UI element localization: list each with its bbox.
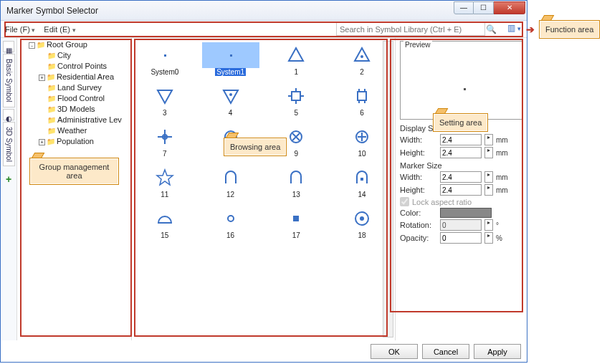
ok-button[interactable]: OK — [371, 344, 418, 359]
group-tree[interactable]: -Root Group CityControl Points+Residenti… — [17, 38, 132, 340]
svg-marker-2 — [289, 48, 303, 61]
window-title: Marker Symbol Selector — [6, 6, 98, 16]
svg-rect-0 — [164, 54, 166, 57]
3d-tab-icon[interactable]: ◐ — [3, 109, 14, 120]
tree-item[interactable]: Flood Control — [47, 94, 105, 102]
maximize-button[interactable]: ☐ — [474, 1, 494, 14]
display-width-input[interactable] — [440, 134, 482, 145]
symbol-cell[interactable]: System1 — [202, 42, 259, 76]
marker-height-input[interactable] — [440, 184, 482, 196]
preview-title: Preview — [403, 41, 432, 49]
spin-up[interactable]: ▸ — [484, 171, 493, 183]
svg-point-7 — [229, 93, 232, 96]
svg-rect-8 — [292, 92, 300, 100]
callout-function-area: Function area — [539, 20, 600, 39]
symbol-cell[interactable]: 16 — [202, 206, 259, 239]
menu-edit[interactable]: Edit (E) — [44, 25, 75, 34]
symbol-cell[interactable]: 4 — [202, 83, 259, 117]
display-height-input[interactable] — [440, 147, 482, 158]
menu-bar: File (F) Edit (E) 🔍 ▥ — [1, 21, 527, 38]
symbol-cell[interactable]: 7 — [136, 124, 194, 158]
title-bar: Marker Symbol Selector — ☐ ✕ — [1, 1, 527, 21]
tree-item[interactable]: 3D Models — [47, 105, 95, 113]
spin-up[interactable]: ▸ — [484, 184, 493, 196]
side-tabs: ▦ Basic Symbol ◐ 3D Symbol + — [1, 38, 17, 340]
tree-item[interactable]: Land Survey — [47, 83, 102, 92]
symbol-cell[interactable]: 3 — [136, 83, 194, 117]
tree-item[interactable]: Population — [47, 137, 94, 145]
svg-point-34 — [360, 216, 364, 221]
settings-panel: Preview Display Size Width:▸mm Height:▸m… — [395, 38, 527, 340]
search-input[interactable] — [336, 22, 485, 36]
symbol-cell[interactable]: 11 — [136, 165, 194, 198]
marker-width-input[interactable] — [440, 171, 482, 183]
svg-point-4 — [360, 55, 363, 58]
tree-item[interactable]: Residential Area — [47, 72, 114, 81]
search-icon[interactable]: 🔍 — [486, 24, 497, 34]
symbol-cell[interactable]: 5 — [267, 83, 325, 117]
spin-up[interactable]: ▸ — [484, 147, 493, 158]
cancel-button[interactable]: Cancel — [422, 344, 469, 359]
symbol-grid: System0System112345678910111213141516171… — [132, 38, 395, 340]
tab-basic-symbol[interactable]: Basic Symbol — [3, 54, 15, 107]
menu-file[interactable]: File (F) — [5, 25, 35, 34]
opacity-input[interactable] — [440, 232, 482, 244]
spin-up[interactable]: ▸ — [484, 134, 493, 145]
minimize-button[interactable]: — — [454, 1, 474, 14]
marker-size-title: Marker Size — [400, 161, 522, 170]
library-tab-icon[interactable]: ▦ — [3, 41, 14, 52]
tree-item[interactable]: Weather — [47, 126, 87, 135]
svg-point-31 — [228, 216, 234, 221]
add-button[interactable]: + — [6, 173, 11, 185]
callout-setting-area: Setting area — [433, 113, 488, 132]
preview-marker — [464, 88, 466, 90]
symbol-cell[interactable]: 15 — [136, 206, 194, 239]
tree-item[interactable]: Administrative Lev — [47, 115, 122, 124]
symbol-cell[interactable]: 17 — [267, 206, 325, 239]
svg-marker-3 — [355, 48, 369, 61]
apply-button[interactable]: Apply — [474, 344, 521, 359]
arrow-icon: ➔ — [526, 24, 535, 35]
color-picker[interactable] — [440, 208, 492, 218]
tab-3d-symbol[interactable]: 3D Symbol — [3, 122, 15, 167]
symbol-cell[interactable]: 12 — [202, 165, 259, 198]
layout-options-button[interactable]: ▥ — [507, 23, 521, 33]
svg-rect-32 — [293, 216, 299, 221]
svg-rect-13 — [358, 92, 366, 100]
svg-rect-30 — [360, 178, 363, 181]
tree-root[interactable]: Root Group — [37, 40, 87, 49]
grid-scrollbar[interactable] — [383, 41, 393, 337]
dialog-buttons: OK Cancel Apply — [371, 344, 521, 359]
rotation-input — [440, 219, 482, 231]
svg-rect-1 — [230, 54, 232, 57]
svg-marker-6 — [224, 90, 238, 103]
symbol-cell[interactable]: 1 — [267, 42, 325, 76]
callout-browsing-area: Browsing area — [224, 138, 287, 156]
tree-item[interactable]: City — [47, 51, 71, 59]
symbol-cell[interactable]: System0 — [136, 42, 194, 76]
tree-item[interactable]: Control Points — [47, 62, 107, 70]
svg-marker-5 — [158, 90, 172, 103]
symbol-cell[interactable]: 13 — [267, 165, 325, 198]
svg-marker-29 — [157, 170, 173, 185]
close-button[interactable]: ✕ — [494, 1, 525, 14]
lock-aspect-checkbox[interactable] — [400, 197, 409, 206]
callout-group-area: Group management area — [29, 158, 119, 185]
preview-box: Preview — [400, 41, 522, 120]
